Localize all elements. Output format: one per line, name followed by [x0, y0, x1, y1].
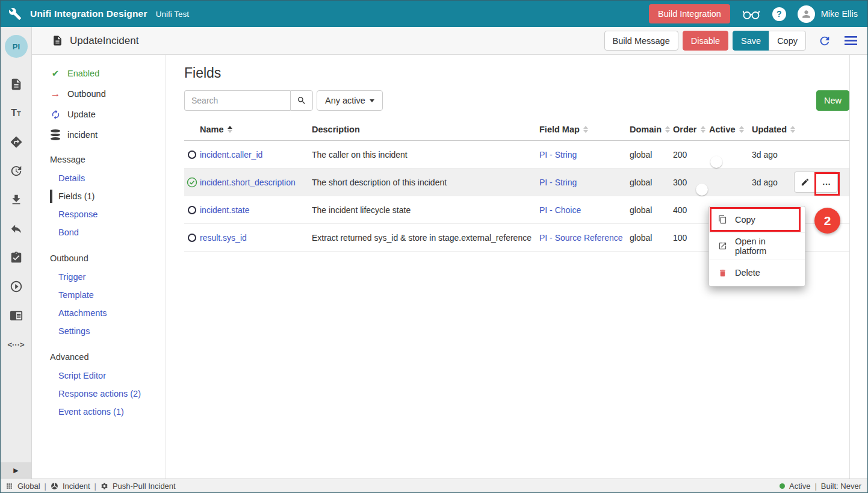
sort-icon — [583, 126, 588, 133]
trash-icon — [718, 268, 727, 278]
sidebar-item-response[interactable]: Response — [50, 205, 166, 223]
user-name: Mike Ellis — [821, 9, 858, 19]
sidebar-nav: ✔ Enabled → Outbound Update incident Mes… — [32, 55, 166, 479]
pencil-icon — [801, 178, 810, 187]
sort-icon — [701, 126, 705, 133]
sidebar-item-event-actions[interactable]: Event actions (1) — [50, 403, 166, 421]
document-icon[interactable] — [10, 78, 23, 91]
field-map-link[interactable]: PI - Source Reference — [539, 233, 630, 243]
directions-icon[interactable] — [10, 135, 23, 149]
preview-glasses-icon[interactable] — [742, 8, 761, 20]
arrow-right-icon: → — [50, 88, 61, 100]
menu-item-delete[interactable]: Delete — [709, 259, 805, 286]
statusbar-state: Active | Built: Never — [780, 482, 861, 491]
field-name-link[interactable]: incident.caller_id — [200, 150, 312, 160]
field-domain: global — [630, 150, 673, 160]
documentation-icon[interactable] — [10, 309, 23, 322]
code-icon[interactable]: <···> — [10, 338, 23, 351]
menu-item-copy[interactable]: Copy — [709, 206, 805, 233]
status-inactive-icon — [184, 150, 200, 159]
field-updated: 3d ago — [752, 150, 794, 160]
field-description: The incident lifecycle state — [312, 205, 539, 215]
field-domain: global — [630, 233, 673, 243]
menu-item-open-in-platform[interactable]: Open in platform — [709, 233, 805, 259]
wrench-icon[interactable] — [8, 7, 22, 20]
rail-expand-button[interactable]: ▶ — [1, 462, 31, 478]
status-update-label: Update — [67, 110, 96, 119]
sidebar-item-response-actions[interactable]: Response actions (2) — [50, 385, 166, 403]
search-icon — [297, 96, 306, 105]
incident-icon — [51, 482, 58, 490]
column-field-map[interactable]: Field Map — [539, 125, 630, 134]
build-integration-button[interactable]: Build Integration — [649, 4, 730, 23]
sidebar-item-template[interactable]: Template — [50, 286, 166, 304]
record-actions: Build Message Disable Save Copy — [604, 31, 857, 51]
menu-hamburger-icon[interactable] — [845, 36, 857, 46]
table-row-selected: incident.short_description The short des… — [184, 169, 849, 196]
more-actions-button[interactable]: ... — [816, 172, 838, 193]
history-icon[interactable] — [10, 164, 23, 178]
sidebar-item-script-editor[interactable]: Script Editor — [50, 367, 166, 385]
field-name-link[interactable]: incident.short_description — [200, 178, 312, 187]
text-format-icon[interactable]: TT — [10, 107, 23, 120]
separator: | — [814, 482, 816, 491]
help-icon[interactable]: ? — [772, 7, 786, 21]
sidebar-item-bond[interactable]: Bond — [50, 223, 166, 241]
sidebar-status-incident: incident — [50, 125, 166, 145]
sidebar-item-trigger[interactable]: Trigger — [50, 268, 166, 286]
rail-icon-list: TT <···> — [1, 78, 31, 351]
save-button[interactable]: Save — [733, 31, 769, 51]
column-domain[interactable]: Domain — [630, 125, 673, 134]
column-active[interactable]: Active — [709, 125, 752, 134]
field-map-link[interactable]: PI - String — [539, 178, 630, 187]
copy-button[interactable]: Copy — [769, 31, 806, 51]
field-name-link[interactable]: incident.state — [200, 205, 312, 215]
sidebar-item-attachments[interactable]: Attachments — [50, 304, 166, 322]
icon-rail: PI TT <···> ▶ — [1, 27, 32, 479]
column-description[interactable]: Description — [312, 125, 539, 134]
column-updated[interactable]: Updated — [752, 125, 794, 134]
menu-copy-label: Copy — [735, 215, 755, 225]
integration-avatar: PI — [5, 35, 28, 58]
field-domain: global — [630, 178, 673, 187]
active-status-dot — [780, 483, 785, 489]
disable-button[interactable]: Disable — [683, 31, 728, 51]
sidebar-status-enabled: ✔ Enabled — [50, 63, 166, 84]
refresh-icon[interactable] — [818, 34, 831, 48]
sidebar-item-fields[interactable]: Fields (1) — [50, 187, 166, 205]
ellipsis-icon: ... — [823, 179, 831, 185]
check-icon: ✔ — [50, 68, 61, 79]
refresh-icon — [50, 110, 61, 120]
status-outbound-label: Outbound — [67, 89, 106, 99]
sidebar-section-message: Message — [50, 150, 166, 169]
field-name-link[interactable]: result.sys_id — [200, 233, 312, 243]
sidebar-item-details[interactable]: Details — [50, 169, 166, 187]
column-order[interactable]: Order — [673, 125, 709, 134]
status-bar: Global | Incident | Push-Pull Incident A… — [1, 479, 867, 492]
field-order: 100 — [673, 233, 709, 243]
field-description: Extract returned sys_id & store in stage… — [312, 233, 539, 243]
build-message-button[interactable]: Build Message — [604, 31, 678, 51]
edit-button[interactable] — [794, 172, 816, 193]
table-label[interactable]: Incident — [63, 482, 90, 491]
search-button[interactable] — [290, 90, 313, 111]
tasks-icon[interactable] — [10, 251, 23, 264]
new-button[interactable]: New — [816, 90, 849, 111]
navbar-brand: Unifi Integration Designer Unifi Test — [1, 7, 189, 20]
active-filter-dropdown[interactable]: Any active — [317, 90, 383, 111]
column-name[interactable]: Name — [200, 125, 312, 134]
download-icon[interactable] — [10, 193, 23, 206]
sidebar-item-settings[interactable]: Settings — [50, 322, 166, 340]
integration-label[interactable]: Push-Pull Incident — [113, 482, 176, 491]
search-input[interactable] — [184, 90, 290, 111]
table-row: incident.caller_id The caller on this in… — [184, 141, 849, 169]
play-circle-icon[interactable] — [10, 280, 23, 293]
field-map-link[interactable]: PI - Choice — [539, 205, 630, 215]
user-avatar[interactable] — [798, 5, 815, 23]
reply-icon[interactable] — [10, 222, 23, 235]
external-link-icon — [718, 241, 727, 250]
field-map-link[interactable]: PI - String — [539, 150, 630, 160]
record-title-group: UpdateIncident — [52, 35, 138, 47]
table-header: Name Description Field Map Domain Order … — [184, 121, 849, 141]
scope-label[interactable]: Global — [17, 482, 40, 491]
